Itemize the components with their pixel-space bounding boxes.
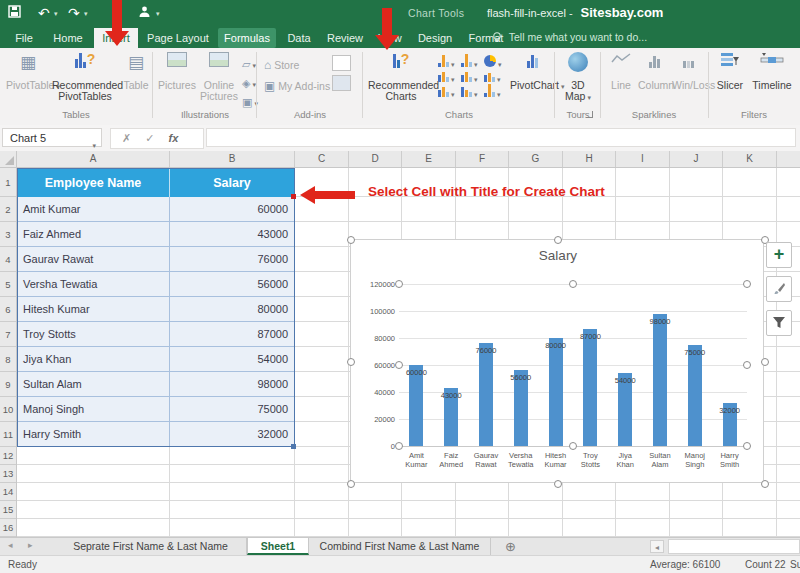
- sparkline-line-button[interactable]: Line: [606, 52, 636, 91]
- select-all-corner[interactable]: [0, 151, 17, 168]
- pivotchart-button[interactable]: PivotChart▾: [510, 52, 554, 92]
- addin-thumb-icon[interactable]: [332, 55, 351, 71]
- range-handle-blue[interactable]: [291, 444, 296, 449]
- chart-selection-handle[interactable]: [761, 358, 769, 366]
- chart-bar-7[interactable]: [653, 314, 667, 446]
- table-row-0-name[interactable]: Amit Kumar: [17, 197, 170, 222]
- chart-type-pie-icon[interactable]: ▾: [484, 55, 507, 70]
- online-pictures-button[interactable]: Online Pictures: [198, 52, 240, 102]
- my-addins-button[interactable]: ▣ My Add-ins▾: [264, 75, 336, 92]
- chart-selection-handle[interactable]: [347, 358, 355, 366]
- table-row-0-salary[interactable]: 60000: [170, 197, 295, 222]
- table-header-name[interactable]: Employee Name: [17, 168, 170, 197]
- column-header-F[interactable]: F: [456, 151, 509, 167]
- chart-bar-2[interactable]: [479, 343, 493, 446]
- tab-review[interactable]: Review: [322, 28, 368, 48]
- undo-button[interactable]: ↶: [38, 4, 50, 22]
- row-header-2[interactable]: 2: [0, 197, 16, 222]
- chart-selection-handle[interactable]: [554, 236, 562, 244]
- sparkline-column-button[interactable]: Column: [638, 52, 670, 91]
- tab-formulas[interactable]: Formulas: [218, 28, 276, 48]
- tab-page-layout[interactable]: Page Layout: [142, 28, 214, 48]
- redo-caret-icon[interactable]: ▾: [84, 10, 88, 18]
- row-header-6[interactable]: 6: [0, 297, 16, 322]
- tab-data[interactable]: Data: [280, 28, 318, 48]
- chart-selection-handle[interactable]: [761, 480, 769, 488]
- tab-design[interactable]: Design: [412, 28, 458, 48]
- enter-icon[interactable]: ✓: [145, 132, 154, 144]
- qat-caret-icon[interactable]: ▾: [156, 10, 160, 18]
- row-header-4[interactable]: 4: [0, 247, 16, 272]
- row-header-13[interactable]: 13: [0, 465, 16, 483]
- column-header-H[interactable]: H: [563, 151, 616, 167]
- row-header-3[interactable]: 3: [0, 222, 16, 247]
- table-row-3-salary[interactable]: 56000: [170, 272, 295, 297]
- row-header-15[interactable]: 15: [0, 501, 16, 519]
- table-row-6-name[interactable]: Jiya Khan: [17, 347, 170, 372]
- plot-selection-handle[interactable]: [569, 442, 577, 450]
- salary-chart[interactable]: Salary 020000400006000080000100000120000…: [350, 239, 764, 483]
- column-header-G[interactable]: G: [509, 151, 563, 167]
- smartart-icon[interactable]: ◈▾: [242, 72, 256, 89]
- table-header-salary[interactable]: Salary: [170, 168, 295, 197]
- column-header-I[interactable]: I: [616, 151, 670, 167]
- row-header-14[interactable]: 14: [0, 483, 16, 501]
- name-box[interactable]: Chart 5▾: [2, 128, 102, 147]
- table-row-9-salary[interactable]: 32000: [170, 422, 295, 447]
- tell-me-box[interactable]: Tell me what you want to do...: [492, 31, 647, 43]
- insert-function-icon[interactable]: fx: [169, 132, 179, 144]
- undo-caret-icon[interactable]: ▾: [54, 10, 58, 18]
- table-row-6-salary[interactable]: 54000: [170, 347, 295, 372]
- sparkline-winloss-button[interactable]: Win/Loss: [672, 52, 704, 91]
- column-header-B[interactable]: B: [170, 151, 295, 167]
- table-row-1-name[interactable]: Faiz Ahmed: [17, 222, 170, 247]
- table-row-3-name[interactable]: Versha Tewatia: [17, 272, 170, 297]
- table-row-9-name[interactable]: Harry Smith: [17, 422, 170, 447]
- chart-type-column-icon[interactable]: ▾: [438, 55, 461, 70]
- plot-selection-handle[interactable]: [569, 280, 577, 288]
- chart-type-bar-icon[interactable]: ▾: [461, 55, 484, 70]
- table-button[interactable]: ▤ Table: [120, 52, 152, 91]
- redo-button[interactable]: ↷: [68, 4, 80, 22]
- table-row-7-salary[interactable]: 98000: [170, 372, 295, 397]
- plot-selection-handle[interactable]: [395, 442, 403, 450]
- sheet-tab-seprate-first-name-last-name[interactable]: Seprate First Name & Last Name: [55, 538, 247, 555]
- chart-styles-button[interactable]: [766, 276, 792, 302]
- table-row-1-salary[interactable]: 43000: [170, 222, 295, 247]
- chart-type-map-icon[interactable]: ▾: [484, 85, 507, 100]
- table-row-7-name[interactable]: Sultan Alam: [17, 372, 170, 397]
- slicer-button[interactable]: Slicer: [712, 52, 748, 91]
- plot-selection-handle[interactable]: [395, 280, 403, 288]
- row-header-1[interactable]: 1: [0, 168, 16, 197]
- chart-elements-button[interactable]: +: [766, 242, 792, 268]
- chart-bar-4[interactable]: [549, 338, 563, 446]
- store-button[interactable]: ⌂ Store: [264, 54, 299, 71]
- column-header-D[interactable]: D: [349, 151, 402, 167]
- chart-bar-0[interactable]: [409, 365, 423, 446]
- recommended-pivottables-button[interactable]: ? Recommended PivotTables: [52, 52, 118, 102]
- column-header-E[interactable]: E: [402, 151, 456, 167]
- user-icon[interactable]: [138, 4, 151, 22]
- row-header-7[interactable]: 7: [0, 322, 16, 347]
- sheet-tab-sheet1[interactable]: Sheet1: [247, 538, 309, 555]
- row-header-5[interactable]: 5: [0, 272, 16, 297]
- chart-type-area-icon[interactable]: ▾: [461, 70, 484, 85]
- table-row-5-name[interactable]: Troy Stotts: [17, 322, 170, 347]
- column-header-A[interactable]: A: [17, 151, 170, 167]
- chart-type-scatter-icon[interactable]: ▾: [484, 70, 507, 85]
- plot-selection-handle[interactable]: [395, 361, 403, 369]
- row-header-10[interactable]: 10: [0, 397, 16, 422]
- chart-bar-5[interactable]: [583, 329, 597, 446]
- plot-selection-handle[interactable]: [743, 361, 751, 369]
- chart-selection-handle[interactable]: [554, 480, 562, 488]
- plot-selection-handle[interactable]: [743, 442, 751, 450]
- chart-filters-button[interactable]: [766, 310, 792, 336]
- tab-format[interactable]: Format: [462, 28, 510, 48]
- tab-file[interactable]: File: [6, 28, 42, 48]
- plot-selection-handle[interactable]: [743, 280, 751, 288]
- chart-bar-8[interactable]: [688, 345, 702, 446]
- prev-sheet-icon[interactable]: ◂: [8, 540, 13, 550]
- row-header-11[interactable]: 11: [0, 422, 16, 447]
- range-handle-red[interactable]: [291, 194, 296, 199]
- cancel-icon[interactable]: ✗: [122, 132, 131, 144]
